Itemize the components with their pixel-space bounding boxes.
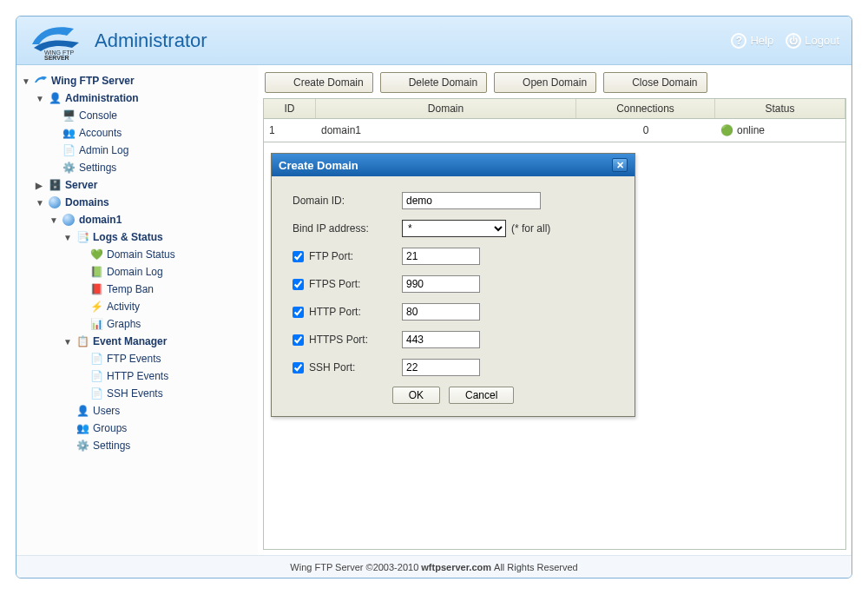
https-port-input[interactable] [402, 331, 480, 348]
tree-groups[interactable]: 👥Groups [63, 420, 253, 437]
close-domain-button[interactable]: Close Domain [603, 72, 707, 93]
tree-ftp-events[interactable]: 📄FTP Events [77, 350, 253, 367]
col-status[interactable]: Status [715, 99, 845, 118]
footer-link[interactable]: wftpserver.com [421, 562, 491, 572]
col-domain[interactable]: Domain [316, 99, 576, 118]
ftp-port-checkbox[interactable] [293, 251, 304, 262]
https-port-checkbox[interactable] [293, 334, 304, 346]
tree-users[interactable]: 👤Users [63, 402, 253, 420]
console-icon: 🖥️ [62, 109, 76, 122]
ftps-port-checkbox[interactable] [293, 279, 304, 290]
gear-icon: ⚙️ [62, 161, 76, 175]
doc-icon: 📄 [89, 387, 103, 400]
app-title: Administrator [95, 30, 207, 52]
tree-administration[interactable]: ▼👤Administration [36, 89, 253, 107]
grid-header: ID Domain Connections Status [264, 99, 845, 119]
ok-button[interactable]: OK [392, 387, 440, 404]
tree-event-manager[interactable]: ▼📋Event Manager [63, 333, 253, 350]
tree-root[interactable]: ▼Wing FTP Server [22, 72, 253, 89]
tree-domain1[interactable]: ▼domain1 [49, 211, 253, 228]
tree-accounts[interactable]: 👥Accounts [49, 124, 253, 142]
close-icon: ✕ [616, 160, 624, 171]
help-icon: ? [731, 33, 746, 49]
globe-close-icon [613, 76, 627, 89]
tree-domains[interactable]: ▼Domains [36, 194, 253, 211]
create-domain-dialog: Create Domain ✕ Domain ID: Bind IP addre… [271, 153, 635, 417]
delete-domain-button[interactable]: Delete Domain [380, 72, 487, 93]
tree-graphs[interactable]: 📊Graphs [77, 315, 253, 333]
doc-icon: 📄 [89, 352, 103, 366]
col-id[interactable]: ID [264, 99, 316, 118]
list-icon: 📑 [76, 230, 89, 244]
server-icon: 🗄️ [48, 178, 62, 192]
tree-logs-status[interactable]: ▼📑Logs & Status [63, 228, 253, 246]
tree-http-events[interactable]: 📄HTTP Events [77, 367, 253, 385]
domain-grid: ID Domain Connections Status 1 domain1 0… [263, 98, 846, 142]
bind-ip-note: (* for all) [511, 222, 550, 235]
create-domain-button[interactable]: Create Domain [265, 72, 373, 93]
dialog-titlebar[interactable]: Create Domain ✕ [272, 154, 635, 176]
app-header: WING FTPSERVER Administrator ? Help ⏻ Lo… [16, 17, 852, 65]
main-panel: Create Domain Delete Domain Open Domain … [258, 65, 852, 555]
power-icon: ⏻ [786, 33, 801, 49]
http-port-checkbox[interactable] [293, 307, 304, 318]
events-icon: 📋 [76, 334, 89, 348]
col-connections[interactable]: Connections [576, 99, 715, 118]
globe-delete-icon [390, 76, 404, 89]
domain-id-label: Domain ID: [293, 195, 402, 207]
tree-domain-status[interactable]: 💚Domain Status [77, 246, 253, 263]
table-row[interactable]: 1 domain1 0 🟢online [264, 119, 845, 142]
sidebar: ▼Wing FTP Server ▼👤Administration 🖥️Cons… [16, 65, 258, 555]
status-badge: 🟢online [720, 124, 840, 136]
domain-id-input[interactable] [402, 192, 541, 209]
help-link[interactable]: ? Help [731, 33, 773, 49]
app-logo: WING FTPSERVER [29, 22, 88, 60]
accounts-icon: 👥 [62, 126, 76, 140]
ftps-port-input[interactable] [402, 275, 480, 293]
http-port-input[interactable] [402, 303, 480, 321]
ftp-port-label: FTP Port: [309, 250, 353, 262]
bind-ip-select[interactable]: * [402, 220, 506, 237]
tree-settings-admin[interactable]: ⚙️Settings [49, 159, 253, 176]
ftps-port-label: FTPS Port: [309, 278, 360, 290]
ssh-port-checkbox[interactable] [293, 362, 304, 374]
bind-ip-label: Bind IP address: [293, 222, 402, 235]
log-icon: 📄 [62, 143, 76, 157]
domain-toolbar: Create Domain Delete Domain Open Domain … [263, 70, 846, 98]
tree-server[interactable]: ▶🗄️Server [36, 176, 253, 194]
doc-icon: 📄 [89, 369, 103, 383]
tree-domain-log[interactable]: 📗Domain Log [77, 263, 253, 281]
ssh-port-label: SSH Port: [309, 361, 355, 374]
gear-icon: ⚙️ [76, 439, 89, 453]
https-port-label: HTTPS Port: [309, 334, 368, 346]
person-icon: 👤 [48, 91, 62, 105]
group-icon: 👥 [76, 421, 89, 435]
svg-text:SERVER: SERVER [44, 55, 69, 60]
activity-icon: ⚡ [89, 300, 103, 314]
globe-open-icon [503, 76, 517, 89]
tree-console[interactable]: 🖥️Console [49, 107, 253, 124]
status-icon: 💚 [89, 248, 103, 261]
tree-ssh-events[interactable]: 📄SSH Events [77, 385, 253, 402]
dialog-title-text: Create Domain [279, 159, 358, 172]
tree-admin-log[interactable]: 📄Admin Log [49, 142, 253, 159]
cancel-button[interactable]: Cancel [449, 387, 514, 404]
tree-activity[interactable]: ⚡Activity [77, 298, 253, 315]
footer: Wing FTP Server ©2003-2010 wftpserver.co… [16, 555, 852, 578]
open-domain-button[interactable]: Open Domain [494, 72, 596, 93]
logout-link[interactable]: ⏻ Logout [786, 33, 839, 49]
online-icon: 🟢 [720, 124, 733, 136]
globe-icon [62, 213, 76, 227]
content-area: Create Domain ✕ Domain ID: Bind IP addre… [263, 142, 846, 550]
ssh-port-input[interactable] [402, 359, 480, 376]
dialog-close-button[interactable]: ✕ [612, 158, 628, 172]
http-port-label: HTTP Port: [309, 306, 361, 318]
log-icon: 📗 [89, 265, 103, 279]
tree-settings-domain[interactable]: ⚙️Settings [63, 437, 253, 454]
tree-temp-ban[interactable]: 📕Temp Ban [77, 281, 253, 298]
ftp-port-input[interactable] [402, 248, 480, 265]
ban-icon: 📕 [89, 282, 103, 296]
chart-icon: 📊 [89, 317, 103, 331]
user-icon: 👤 [76, 404, 89, 418]
wing-icon [34, 74, 48, 88]
